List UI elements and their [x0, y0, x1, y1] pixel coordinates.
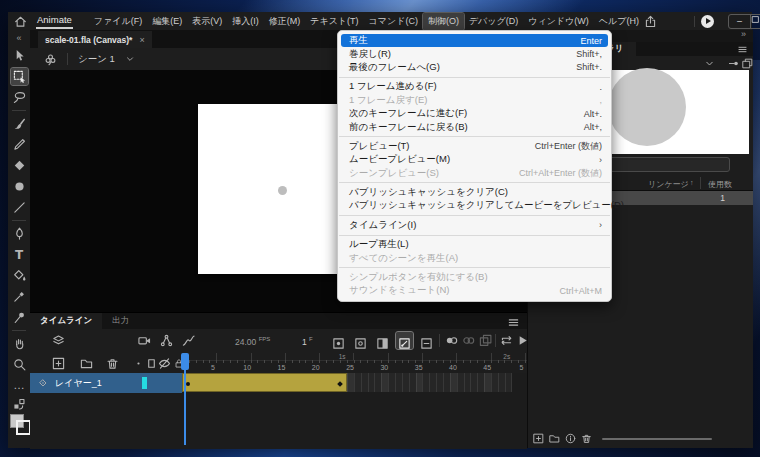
new-folder-icon[interactable]: [80, 357, 93, 370]
column-linkage[interactable]: リンケージ: [648, 179, 689, 190]
show-outlines-icon[interactable]: [145, 357, 158, 370]
chevron-down-icon[interactable]: [125, 54, 135, 64]
tab-close-icon[interactable]: ×: [139, 35, 144, 45]
insert-keyframe-button[interactable]: [330, 332, 347, 349]
document-tab[interactable]: scale-01.fla (Canvas)* ×: [38, 31, 152, 48]
menu-item-11[interactable]: パブリッシュキャッシュをクリア(C): [338, 186, 611, 199]
text-tool[interactable]: T: [11, 246, 28, 263]
menu-item-15[interactable]: すべてのシーンを再生(A): [338, 251, 611, 264]
menubar-item-8[interactable]: 制御(O): [423, 13, 464, 30]
menu-item-9[interactable]: ムービープレビュー(M)›: [338, 153, 611, 166]
highlight-layers-icon[interactable]: [134, 357, 143, 370]
chevron-down-icon[interactable]: [704, 58, 715, 69]
menu-item-17[interactable]: サウンドをミュート(N)Ctrl+Alt+M: [338, 284, 611, 297]
onion-skin-outline-icon[interactable]: [462, 334, 475, 347]
menubar-item-4[interactable]: 挿入(I): [227, 13, 264, 30]
line-tool[interactable]: [11, 199, 28, 216]
minimize-button[interactable]: –: [729, 15, 750, 28]
oval-tool[interactable]: [11, 178, 28, 195]
layer-name[interactable]: レイヤー_1: [55, 377, 102, 390]
new-symbol-icon[interactable]: [533, 433, 544, 444]
menu-item-14[interactable]: ループ再生(L): [338, 238, 611, 251]
empty-frames[interactable]: [347, 373, 513, 392]
menubar-item-3[interactable]: 表示(V): [187, 13, 227, 30]
menu-item-5[interactable]: 1 フレーム戻す(E),: [338, 94, 611, 107]
fps-display[interactable]: 24.00 FPS: [235, 336, 270, 347]
menu-item-1[interactable]: 再生Enter: [341, 34, 608, 47]
free-transform-tool[interactable]: [11, 68, 28, 85]
auto-keyframe-button[interactable]: [396, 332, 413, 349]
fluid-brush-tool[interactable]: [11, 115, 28, 132]
graph-editor-icon[interactable]: [182, 334, 195, 347]
menu-item-7[interactable]: 前のキーフレームに戻る(B)Alt+,: [338, 120, 611, 133]
asset-warp-tool[interactable]: [11, 309, 28, 326]
pen-tool[interactable]: [11, 225, 28, 242]
column-usage[interactable]: 使用数: [708, 179, 732, 190]
scene-name[interactable]: シーン 1: [78, 53, 115, 66]
insert-frame-button[interactable]: [374, 332, 391, 349]
menu-item-16[interactable]: シンプルボタンを有効にする(B): [338, 271, 611, 284]
layer-color-chip[interactable]: [142, 377, 147, 389]
loop-icon[interactable]: [500, 334, 513, 347]
stroke-color-swatch[interactable]: [16, 420, 31, 435]
current-frame-display[interactable]: 1 F: [302, 336, 313, 347]
insert-blank-keyframe-button[interactable]: [352, 332, 369, 349]
paint-bucket-tool[interactable]: [11, 267, 28, 284]
menu-item-10[interactable]: シーンプレビュー(S)Ctrl+Alt+Enter (数値): [338, 167, 611, 180]
menu-item-13[interactable]: タイムライン(I)›: [338, 219, 611, 232]
add-layer-icon[interactable]: [52, 357, 65, 370]
menu-item-8[interactable]: プレビュー(T)Ctrl+Enter (数値): [338, 140, 611, 153]
menubar-item-9[interactable]: デバッグ(D): [464, 13, 523, 30]
playhead-handle[interactable]: [181, 353, 189, 370]
swap-colors-icon[interactable]: [13, 398, 26, 411]
eyedropper-tool[interactable]: [11, 288, 28, 305]
layer-row[interactable]: レイヤー_1: [30, 373, 182, 393]
timeline-ruler[interactable]: 1s2s 510152025303540455: [182, 353, 527, 374]
menu-item-3[interactable]: 最後のフレームへ(G)Shift+.: [338, 61, 611, 74]
lasso-tool[interactable]: [11, 89, 28, 106]
delete-layer-icon[interactable]: [106, 357, 119, 370]
properties-icon[interactable]: [565, 433, 576, 444]
layer-frames-row[interactable]: [182, 373, 527, 393]
expand-panel-icon[interactable]: »: [741, 29, 746, 39]
home-icon[interactable]: [14, 15, 27, 28]
remove-frame-button[interactable]: [418, 332, 435, 349]
panel-menu-icon[interactable]: [507, 316, 520, 329]
share-icon[interactable]: [644, 15, 657, 28]
edit-scene-icon[interactable]: [44, 53, 57, 66]
parent-view-icon[interactable]: [160, 334, 173, 347]
new-library-panel-icon[interactable]: [742, 58, 753, 69]
edit-multiple-frames-icon[interactable]: [479, 334, 492, 347]
menubar-item-10[interactable]: ウィンドウ(W): [523, 13, 594, 30]
camera-icon[interactable]: [138, 334, 151, 347]
menubar-item-6[interactable]: テキスト(T): [305, 13, 363, 30]
hide-layers-icon[interactable]: [158, 357, 171, 370]
hand-tool[interactable]: [11, 335, 28, 352]
menubar-item-1[interactable]: ファイル(F): [89, 13, 147, 30]
panel-menu-icon[interactable]: [737, 44, 748, 55]
zoom-tool[interactable]: [11, 356, 28, 373]
onion-skin-icon[interactable]: [445, 334, 458, 347]
eraser-tool[interactable]: [11, 157, 28, 174]
fill-stroke-swatches[interactable]: [10, 414, 28, 432]
menu-item-4[interactable]: 1 フレーム進める(F).: [338, 80, 611, 93]
new-folder-icon[interactable]: [549, 433, 560, 444]
maximize-button[interactable]: [750, 15, 760, 28]
delete-icon[interactable]: [581, 433, 592, 444]
stage-canvas[interactable]: [198, 104, 343, 274]
pin-library-icon[interactable]: [728, 58, 739, 69]
workspace-switcher-icon[interactable]: [669, 15, 682, 28]
tab-output[interactable]: 出力: [102, 315, 139, 327]
menu-item-12[interactable]: パブリッシュキャッシュをクリアしてムービーをプレビュー(D): [338, 199, 611, 212]
menubar-item-11[interactable]: ヘルプ(H): [594, 13, 644, 30]
quick-share-play-icon[interactable]: [701, 15, 714, 28]
menu-item-2[interactable]: 巻戻し(R)Shift+,: [338, 47, 611, 60]
horizontal-scrollbar[interactable]: [602, 438, 712, 440]
stage-shape-circle[interactable]: [278, 186, 287, 195]
menubar-item-5[interactable]: 修正(M): [264, 13, 306, 30]
app-name[interactable]: Animate: [36, 13, 73, 29]
collapse-toolbar-button[interactable]: «: [16, 33, 21, 43]
menu-item-6[interactable]: 次のキーフレームに進む(F)Alt+.: [338, 107, 611, 120]
tween-span[interactable]: [182, 373, 347, 392]
layers-icon[interactable]: [52, 334, 65, 347]
